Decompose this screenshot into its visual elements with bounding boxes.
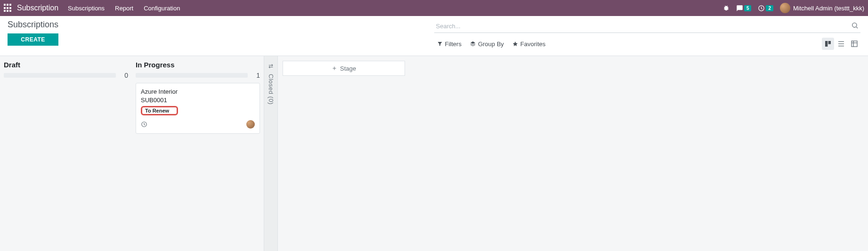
- kanban-icon: [824, 40, 832, 48]
- column-progress-bar: [136, 73, 248, 78]
- nav-configuration[interactable]: Configuration: [144, 5, 180, 12]
- star-icon: [512, 41, 518, 47]
- column-title[interactable]: In Progress: [136, 61, 175, 69]
- pivot-icon: [851, 40, 858, 48]
- column-title[interactable]: Draft: [4, 61, 20, 69]
- view-pivot-button[interactable]: [848, 38, 860, 50]
- view-list-button[interactable]: [835, 38, 847, 50]
- svg-rect-7: [838, 46, 844, 46]
- create-button[interactable]: CREATE: [8, 33, 58, 46]
- list-icon: [837, 40, 845, 48]
- activities-badge: 2: [766, 5, 773, 11]
- app-brand[interactable]: Subscription: [17, 4, 58, 12]
- svg-rect-6: [838, 43, 844, 44]
- favorites-label: Favorites: [520, 40, 545, 48]
- search-input[interactable]: [434, 21, 850, 32]
- plus-icon: [332, 65, 337, 71]
- card-assignee-avatar-icon[interactable]: [246, 120, 255, 129]
- top-navbar: Subscription Subscriptions Report Config…: [0, 0, 868, 16]
- kanban-column-draft: Draft 0: [0, 56, 132, 251]
- kanban-column-inprogress: In Progress 1 Azure Interior SUB0001 To …: [132, 56, 264, 251]
- groupby-label: Group By: [478, 40, 504, 48]
- svg-point-1: [852, 23, 857, 27]
- svg-line-2: [856, 27, 858, 28]
- user-name-label: Mitchell Admin (testtt_kkk): [793, 5, 864, 12]
- unfold-icon: ⇄: [268, 63, 273, 69]
- favorites-button[interactable]: Favorites: [512, 40, 545, 48]
- view-kanban-button[interactable]: [822, 38, 834, 50]
- card-code: SUB0001: [141, 97, 255, 104]
- add-stage-button[interactable]: Stage: [283, 61, 405, 76]
- search-icon[interactable]: [849, 22, 860, 31]
- folded-column-label: Closed (0): [268, 74, 275, 105]
- column-count: 0: [121, 72, 128, 79]
- apps-icon[interactable]: [4, 4, 12, 12]
- messages-badge: 5: [744, 5, 752, 11]
- column-count: 1: [252, 72, 260, 79]
- user-avatar-icon: [780, 3, 790, 13]
- user-menu[interactable]: Mitchell Admin (testtt_kkk): [780, 3, 864, 13]
- svg-rect-5: [838, 41, 844, 42]
- layers-icon: [470, 41, 476, 47]
- funnel-icon: [437, 41, 443, 47]
- nav-subscriptions[interactable]: Subscriptions: [68, 5, 105, 12]
- subscription-card[interactable]: Azure Interior SUB0001 To Renew: [136, 83, 260, 134]
- column-progress-bar: [4, 73, 116, 78]
- kanban-board: Draft 0 In Progress 1 Azure Interior SUB…: [0, 56, 868, 251]
- filters-label: Filters: [445, 40, 462, 48]
- activity-clock-icon[interactable]: [141, 121, 147, 128]
- svg-rect-4: [828, 41, 831, 44]
- nav-report[interactable]: Report: [115, 5, 133, 12]
- activities-icon[interactable]: 2: [758, 5, 773, 12]
- svg-rect-8: [852, 41, 857, 47]
- svg-rect-3: [825, 41, 827, 47]
- card-partner: Azure Interior: [141, 88, 255, 95]
- control-panel: Subscriptions CREATE Filters Group By: [0, 16, 868, 56]
- kanban-column-closed-folded[interactable]: ⇄ Closed (0): [264, 56, 278, 251]
- card-badge-to-renew: To Renew: [141, 106, 178, 115]
- add-stage-label: Stage: [340, 65, 356, 72]
- messages-icon[interactable]: 5: [736, 5, 752, 12]
- filters-button[interactable]: Filters: [437, 40, 462, 48]
- groupby-button[interactable]: Group By: [470, 40, 504, 48]
- breadcrumb: Subscriptions: [8, 20, 58, 30]
- bug-icon[interactable]: [723, 5, 730, 11]
